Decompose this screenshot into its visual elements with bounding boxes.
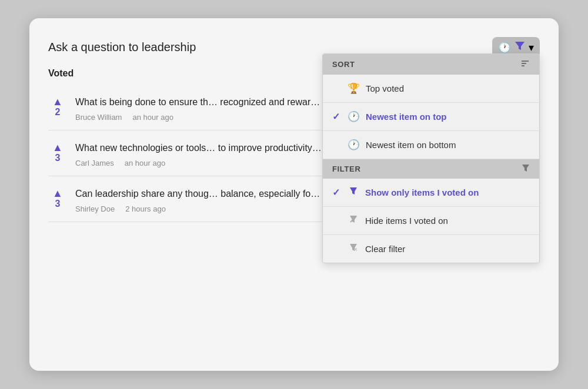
question-text-3: Can leadership share any thoug… balance,… xyxy=(75,187,322,201)
upvote-arrow-2[interactable]: ▲ xyxy=(52,142,63,153)
page-title: Ask a question to leadership xyxy=(48,41,196,54)
vote-count-3: 3 xyxy=(55,199,61,209)
question-time-2: an hour ago xyxy=(125,159,165,167)
sort-filter-dropdown: SORT 🏆 Top voted ✓ 🕐 Newest item on top … xyxy=(322,53,540,263)
sort-item-top-voted-label: Top voted xyxy=(366,83,404,93)
sort-section-icon xyxy=(520,59,530,70)
question-author-1: Bruce William xyxy=(75,113,122,122)
sort-item-newest-bottom[interactable]: 🕐 Newest item on bottom xyxy=(323,131,539,159)
svg-marker-4 xyxy=(522,165,529,172)
sort-item-newest-top[interactable]: ✓ 🕐 Newest item on top xyxy=(323,103,539,131)
vote-col-3: ▲ 3 xyxy=(48,187,67,209)
vote-count-1: 2 xyxy=(55,107,61,118)
trophy-icon: 🏆 xyxy=(348,82,360,95)
filter-item-clear-label: Clear filter xyxy=(365,244,405,254)
svg-marker-5 xyxy=(350,187,357,195)
chevron-down-icon: ▾ xyxy=(529,41,534,54)
app-container: Ask a question to leadership 🕐 ▾ Voted ▲… xyxy=(29,18,559,371)
question-time-3: 2 hours ago xyxy=(125,204,166,213)
filter-section-header: FILTER xyxy=(323,159,539,179)
question-time-1: an hour ago xyxy=(132,113,173,122)
filter-item-show-voted-label: Show only items I voted on xyxy=(365,187,479,197)
filter-icon xyxy=(514,41,525,54)
vote-col-1: ▲ 2 xyxy=(48,95,67,118)
question-text-1: What is being done to ensure th… recogni… xyxy=(75,95,322,109)
sort-item-newest-top-label: Newest item on top xyxy=(366,112,447,122)
check-icon-newest-top: ✓ xyxy=(332,111,342,122)
filter-item-clear[interactable]: × Clear filter xyxy=(323,235,539,263)
svg-marker-0 xyxy=(515,42,524,50)
vote-count-2: 3 xyxy=(55,153,61,163)
question-text-2: What new technologies or tools… to impro… xyxy=(75,141,322,155)
svg-text:×: × xyxy=(354,246,358,252)
filter-item-show-voted[interactable]: ✓ Show only items I voted on xyxy=(323,179,539,207)
filter-hide-icon xyxy=(348,214,359,227)
filter-section-icon xyxy=(522,164,530,174)
check-icon-show-voted: ✓ xyxy=(332,187,342,198)
filter-item-hide-voted[interactable]: Hide items I voted on xyxy=(323,207,539,235)
sort-section-header: SORT xyxy=(323,54,539,75)
filter-item-hide-voted-label: Hide items I voted on xyxy=(365,216,448,226)
sort-section-label: SORT xyxy=(332,60,355,69)
clock-icon: 🕐 xyxy=(498,41,511,54)
question-author-2: Carl James xyxy=(75,159,114,167)
upvote-arrow-3[interactable]: ▲ xyxy=(52,188,63,199)
filter-clear-icon: × xyxy=(348,243,359,255)
sort-item-newest-bottom-label: Newest item on bottom xyxy=(366,140,456,150)
filter-voted-icon xyxy=(348,186,359,199)
clock-newest-bottom-icon: 🕐 xyxy=(348,139,360,151)
vote-col-2: ▲ 3 xyxy=(48,141,67,163)
upvote-arrow-1[interactable]: ▲ xyxy=(52,96,63,107)
filter-section-label: FILTER xyxy=(332,165,360,173)
question-author-3: Shirley Doe xyxy=(75,204,115,213)
clock-newest-top-icon: 🕐 xyxy=(348,110,360,123)
sort-item-top-voted[interactable]: 🏆 Top voted xyxy=(323,75,539,103)
